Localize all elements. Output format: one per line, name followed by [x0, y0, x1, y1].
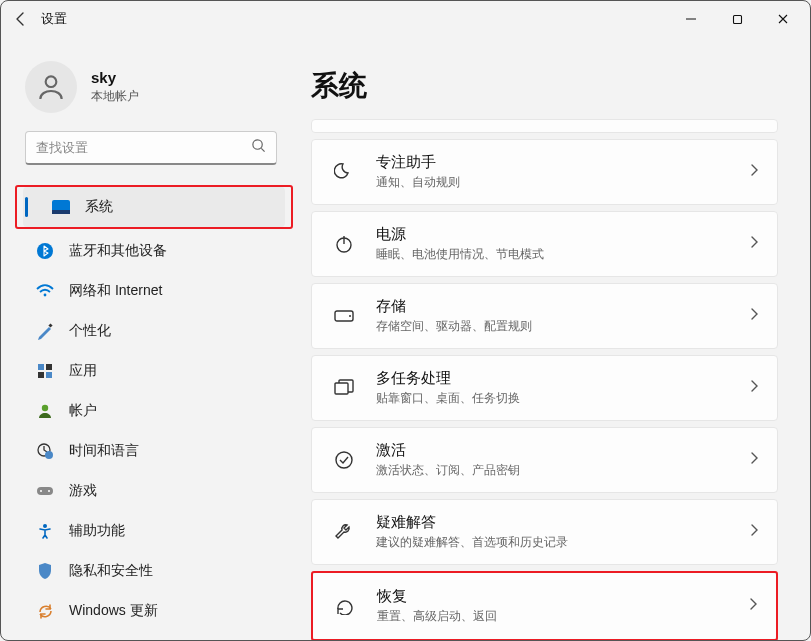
- nav-label: Windows 更新: [69, 602, 158, 620]
- nav-item-personalization[interactable]: 个性化: [7, 311, 295, 351]
- card-subtitle: 重置、高级启动、返回: [377, 608, 748, 625]
- maximize-button[interactable]: [714, 3, 760, 35]
- card-subtitle: 睡眠、电池使用情况、节电模式: [376, 246, 749, 263]
- svg-rect-10: [38, 364, 44, 370]
- card-recovery[interactable]: 恢复 重置、高级启动、返回: [313, 573, 776, 639]
- nav-label: 应用: [69, 362, 97, 380]
- card-title: 疑难解答: [376, 513, 749, 532]
- card-power[interactable]: 电源 睡眠、电池使用情况、节电模式: [311, 211, 778, 277]
- chevron-right-icon: [749, 163, 759, 181]
- nav-label: 时间和语言: [69, 442, 139, 460]
- nav-item-privacy[interactable]: 隐私和安全性: [7, 551, 295, 591]
- nav-label: 系统: [85, 198, 113, 216]
- content-area: sky 本地帐户 系统: [1, 37, 810, 640]
- chevron-right-icon: [749, 235, 759, 253]
- window-title: 设置: [41, 10, 67, 28]
- nav-item-bluetooth[interactable]: 蓝牙和其他设备: [7, 231, 295, 271]
- chevron-right-icon: [749, 523, 759, 541]
- svg-rect-17: [37, 487, 53, 495]
- person-icon: [35, 71, 67, 103]
- search-box[interactable]: [25, 131, 277, 165]
- multitasking-icon: [330, 374, 358, 402]
- nav-item-system[interactable]: 系统: [23, 187, 285, 227]
- card-subtitle: 激活状态、订阅、产品密钥: [376, 462, 749, 479]
- card-activation[interactable]: 激活 激活状态、订阅、产品密钥: [311, 427, 778, 493]
- accessibility-icon: [35, 521, 55, 541]
- minimize-icon: [685, 13, 697, 25]
- nav-item-time-language[interactable]: 时间和语言: [7, 431, 295, 471]
- svg-rect-25: [335, 383, 348, 394]
- svg-rect-12: [38, 372, 44, 378]
- nav-item-windows-update[interactable]: Windows 更新: [7, 591, 295, 631]
- svg-point-3: [253, 140, 262, 149]
- highlight-box-system: 系统: [15, 185, 293, 229]
- card-troubleshoot[interactable]: 疑难解答 建议的疑难解答、首选项和历史记录: [311, 499, 778, 565]
- window-controls: [668, 3, 806, 35]
- update-icon: [35, 601, 55, 621]
- card-body: 电源 睡眠、电池使用情况、节电模式: [376, 225, 749, 263]
- card-title: 激活: [376, 441, 749, 460]
- nav-item-gaming[interactable]: 游戏: [7, 471, 295, 511]
- recovery-icon: [331, 592, 359, 620]
- main-pane: 系统 专注助手 通知、自动规则 电源 睡眠、电池使用情况、节电模式: [301, 37, 810, 640]
- card-body: 激活 激活状态、订阅、产品密钥: [376, 441, 749, 479]
- card-stub-top[interactable]: [311, 119, 778, 133]
- nav-label: 辅助功能: [69, 522, 125, 540]
- power-icon: [330, 230, 358, 258]
- chevron-right-icon: [749, 379, 759, 397]
- nav-list: 系统 蓝牙和其他设备 网络和 Internet 个性化: [1, 177, 301, 631]
- card-focus-assist[interactable]: 专注助手 通知、自动规则: [311, 139, 778, 205]
- gamepad-icon: [35, 481, 55, 501]
- wifi-icon: [35, 281, 55, 301]
- nav-label: 帐户: [69, 402, 97, 420]
- page-title: 系统: [311, 67, 778, 105]
- svg-point-14: [42, 405, 48, 411]
- system-icon: [51, 197, 71, 217]
- back-button[interactable]: [5, 3, 37, 35]
- profile-account-type: 本地帐户: [91, 88, 139, 105]
- nav-label: 个性化: [69, 322, 111, 340]
- search-input[interactable]: [36, 140, 251, 155]
- chevron-right-icon: [749, 451, 759, 469]
- back-arrow-icon: [13, 11, 29, 27]
- card-storage[interactable]: 存储 存储空间、驱动器、配置规则: [311, 283, 778, 349]
- card-body: 专注助手 通知、自动规则: [376, 153, 749, 191]
- card-body: 恢复 重置、高级启动、返回: [377, 587, 748, 625]
- nav-label: 网络和 Internet: [69, 282, 162, 300]
- svg-point-18: [40, 490, 42, 492]
- card-subtitle: 建议的疑难解答、首选项和历史记录: [376, 534, 749, 551]
- nav-item-network[interactable]: 网络和 Internet: [7, 271, 295, 311]
- close-button[interactable]: [760, 3, 806, 35]
- svg-rect-1: [733, 15, 741, 23]
- chevron-right-icon: [748, 597, 758, 615]
- svg-point-24: [349, 315, 351, 317]
- card-title: 专注助手: [376, 153, 749, 172]
- avatar: [25, 61, 77, 113]
- minimize-button[interactable]: [668, 3, 714, 35]
- chevron-right-icon: [749, 307, 759, 325]
- nav-label: 游戏: [69, 482, 97, 500]
- svg-rect-6: [52, 210, 70, 214]
- card-body: 多任务处理 贴靠窗口、桌面、任务切换: [376, 369, 749, 407]
- svg-point-20: [43, 524, 47, 528]
- svg-point-2: [46, 76, 57, 87]
- titlebar: 设置: [1, 1, 810, 37]
- svg-point-16: [45, 451, 53, 459]
- card-multitasking[interactable]: 多任务处理 贴靠窗口、桌面、任务切换: [311, 355, 778, 421]
- maximize-icon: [732, 14, 743, 25]
- svg-line-4: [261, 148, 264, 151]
- close-icon: [777, 13, 789, 25]
- accounts-icon: [35, 401, 55, 421]
- moon-icon: [330, 158, 358, 186]
- check-circle-icon: [330, 446, 358, 474]
- nav-item-accessibility[interactable]: 辅助功能: [7, 511, 295, 551]
- bluetooth-icon: [35, 241, 55, 261]
- nav-item-apps[interactable]: 应用: [7, 351, 295, 391]
- card-body: 存储 存储空间、驱动器、配置规则: [376, 297, 749, 335]
- apps-icon: [35, 361, 55, 381]
- nav-item-accounts[interactable]: 帐户: [7, 391, 295, 431]
- wrench-icon: [330, 518, 358, 546]
- profile-block[interactable]: sky 本地帐户: [1, 53, 301, 131]
- svg-point-19: [48, 490, 50, 492]
- profile-name: sky: [91, 69, 139, 86]
